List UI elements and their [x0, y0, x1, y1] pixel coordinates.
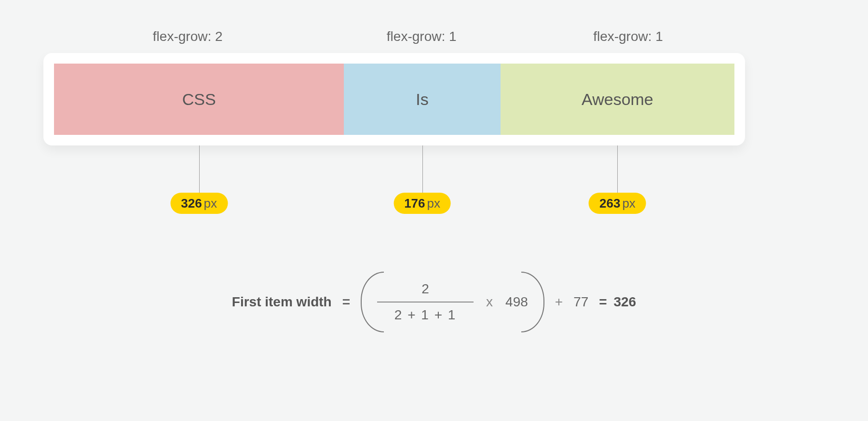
- flex-row: CSS Is Awesome: [54, 64, 734, 135]
- measure-unit-2: px: [427, 196, 440, 210]
- flex-item-is: Is: [344, 64, 501, 135]
- formula-multiply-sign: x: [486, 294, 493, 310]
- measurement-row: 326px 176px 263px: [43, 145, 745, 223]
- measure-pill-1: 326px: [170, 193, 228, 214]
- formula-addend: 77: [573, 294, 588, 310]
- flex-item-awesome: Awesome: [501, 64, 734, 135]
- measure-stem-1: [199, 145, 200, 197]
- label-item-1: flex-grow: 2: [43, 29, 332, 44]
- diagram-stage: flex-grow: 2 flex-grow: 1 flex-grow: 1 C…: [43, 29, 745, 223]
- formula-result: 326: [613, 294, 636, 309]
- formula: First item width = 2 2 + 1 + 1 x 498 + 7…: [0, 279, 868, 325]
- measure-stem-3: [617, 145, 618, 197]
- formula-fraction: 2 2 + 1 + 1: [377, 279, 474, 325]
- formula-equals-2: = 326: [599, 294, 636, 310]
- formula-equals-1: =: [342, 294, 350, 310]
- measure-unit-1: px: [204, 196, 217, 210]
- flex-item-css: CSS: [54, 64, 344, 135]
- measure-unit-3: px: [622, 196, 635, 210]
- formula-denominator: 2 + 1 + 1: [383, 303, 468, 325]
- flex-grow-labels: flex-grow: 2 flex-grow: 1 flex-grow: 1: [43, 29, 745, 44]
- flex-container-panel: CSS Is Awesome: [43, 53, 745, 145]
- formula-eq2-sign: =: [599, 294, 607, 309]
- label-item-3: flex-grow: 1: [511, 29, 745, 44]
- formula-numerator: 2: [402, 279, 448, 302]
- measure-pill-2: 176px: [393, 193, 451, 214]
- measure-value-1: 326: [181, 196, 202, 210]
- label-item-2: flex-grow: 1: [332, 29, 511, 44]
- measure-stem-2: [422, 145, 423, 197]
- formula-multiplier: 498: [505, 294, 528, 310]
- measure-value-2: 176: [404, 196, 425, 210]
- measure-pill-3: 263px: [589, 193, 646, 214]
- measure-value-3: 263: [599, 196, 620, 210]
- formula-lhs: First item width: [232, 294, 332, 310]
- formula-paren-group: 2 2 + 1 + 1 x 498: [361, 279, 544, 325]
- formula-plus-sign: +: [555, 294, 563, 310]
